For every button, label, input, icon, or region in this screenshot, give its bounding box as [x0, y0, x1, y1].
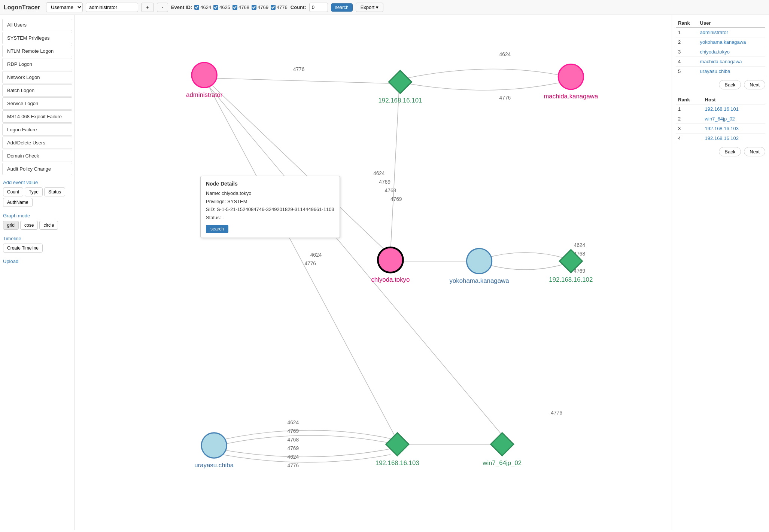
remove-filter-button[interactable]: - [157, 3, 168, 12]
host-rank-row: 4 192.168.16.102 [676, 134, 765, 143]
sidebar-item-ntlm-remote-logon[interactable]: NTLM Remote Logon [2, 45, 72, 57]
node-status-value: - [222, 215, 224, 220]
add-filter-button[interactable]: + [141, 3, 154, 12]
graph-area[interactable]: 4776 4624 4776 4624 4769 4768 4769 4624 … [75, 15, 672, 530]
search-button[interactable]: search [331, 3, 353, 12]
username-type-select[interactable]: Username [46, 2, 83, 12]
node-win7-64jp-02[interactable]: win7_64jp_02 [482, 433, 522, 467]
user-name-cell[interactable]: administrator [698, 28, 765, 37]
node-yokohama-kanagawa[interactable]: yokohama.kanagawa [450, 248, 510, 284]
sidebar-item-domain-check[interactable]: Domain Check [2, 150, 72, 162]
event-id-4624[interactable]: 4624 [194, 4, 211, 10]
host-link[interactable]: 192.168.16.103 [705, 126, 739, 131]
edge-label-mid-4768: 4768 [385, 188, 396, 193]
app-title: LogonTracer [4, 4, 40, 11]
users-back-button[interactable]: Back [719, 80, 741, 89]
node-label-yokohama: yokohama.kanagawa [450, 277, 510, 284]
hosts-host-header: Host [703, 95, 765, 104]
create-timeline-btn[interactable]: Create Timeline [3, 244, 43, 253]
node-192-168-16-101[interactable]: 192.168.16.101 [378, 70, 422, 104]
edge-101-machida-top [408, 69, 568, 78]
users-next-button[interactable]: Next [744, 80, 765, 89]
timeline-buttons: Create Timeline [0, 243, 75, 255]
count-input[interactable] [309, 3, 328, 12]
graph-mode-cose-btn[interactable]: cose [20, 221, 38, 230]
user-name-cell[interactable]: chiyoda.tokyo [698, 47, 765, 57]
sidebar-item-system-privileges[interactable]: SYSTEM Privileges [2, 32, 72, 44]
user-link[interactable]: machida.kanagawa [700, 59, 742, 64]
node-chiyoda-tokyo[interactable]: chiyoda.tokyo [371, 247, 410, 283]
user-name-cell[interactable]: urayasu.chiba [698, 67, 765, 76]
edge-label-4776a: 4776 [293, 67, 305, 72]
user-name-cell[interactable]: yokohama.kanagawa [698, 37, 765, 47]
host-link[interactable]: 192.168.16.102 [705, 135, 739, 141]
user-link[interactable]: chiyoda.tokyo [700, 49, 730, 55]
edge-label-bot-4769b: 4769 [288, 446, 299, 451]
event-id-4768[interactable]: 4768 [232, 4, 249, 10]
edge-urayasu-103-top [223, 435, 390, 444]
graph-mode-grid-btn[interactable]: grid [3, 221, 19, 230]
edge-admin-to-win7 [204, 81, 505, 438]
user-link[interactable]: urayasu.chiba [700, 68, 730, 74]
node-sid-value: S-1-5-21-1524084746-3249201829-311444966… [217, 207, 334, 212]
host-name-cell[interactable]: 192.168.16.102 [703, 134, 765, 143]
user-rank-row: 1 administrator [676, 28, 765, 37]
svg-marker-8 [491, 433, 514, 456]
app-header: LogonTracer Username + - Event ID: 4624 … [0, 0, 769, 15]
edge-label-4776-left: 4776 [304, 261, 316, 266]
sidebar-item-all-users[interactable]: All Users [2, 19, 72, 31]
sidebar-item-network-logon[interactable]: Network Logon [2, 71, 72, 83]
node-details-privilege: Privilege: SYSTEM [206, 198, 334, 205]
timeline-label: Timeline [0, 232, 75, 243]
user-name-cell[interactable]: machida.kanagawa [698, 57, 765, 67]
host-name-cell[interactable]: 192.168.16.103 [703, 124, 765, 134]
sidebar-item-audit-policy-change[interactable]: Audit Policy Change [2, 163, 72, 175]
sidebar-item-ms14-068[interactable]: MS14-068 Exploit Failure [2, 110, 72, 123]
node-192-168-16-103[interactable]: 192.168.16.103 [376, 433, 419, 467]
host-link[interactable]: win7_64jp_02 [705, 116, 735, 122]
edge-label-4769-right: 4769 [574, 268, 586, 274]
edge-label-bot-4624: 4624 [288, 420, 299, 425]
node-machida-kanagawa[interactable]: machida.kanagawa [544, 64, 598, 100]
tooltip-search-button[interactable]: search [206, 225, 228, 233]
event-value-type-btn[interactable]: Type [25, 187, 43, 196]
event-id-4625[interactable]: 4625 [213, 4, 230, 10]
event-value-status-btn[interactable]: Status [44, 187, 65, 196]
node-label-machida: machida.kanagawa [544, 93, 598, 100]
host-rank-row: 2 win7_64jp_02 [676, 114, 765, 124]
user-rank-cell: 5 [676, 67, 698, 76]
edge-101-chiyoda [390, 89, 399, 253]
sidebar-item-add-delete-users[interactable]: Add/Delete Users [2, 137, 72, 149]
sidebar-item-logon-failure[interactable]: Logon Failure [2, 123, 72, 136]
export-button[interactable]: Export ▾ [356, 3, 383, 12]
hosts-rank-section: Rank Host 1 192.168.16.101 2 win7_64jp_0… [676, 95, 765, 156]
add-event-value-label: Add event value [0, 176, 75, 187]
event-id-4769[interactable]: 4769 [252, 4, 268, 10]
node-label-administrator: administrator [186, 91, 223, 98]
sidebar-item-rdp-logon[interactable]: RDP Logon [2, 58, 72, 70]
hosts-next-button[interactable]: Next [744, 147, 765, 156]
graph-mode-buttons: grid cose circle [0, 220, 75, 232]
node-details-name: Name: chiyoda.tokyo [206, 190, 334, 197]
event-value-count-btn[interactable]: Count [3, 187, 23, 196]
count-label: Count: [291, 4, 306, 10]
username-input[interactable] [86, 3, 138, 12]
host-link[interactable]: 192.168.16.101 [705, 106, 739, 112]
host-name-cell[interactable]: 192.168.16.101 [703, 104, 765, 114]
user-rank-cell: 4 [676, 57, 698, 67]
hosts-back-button[interactable]: Back [719, 147, 741, 156]
event-id-label: Event ID: [171, 4, 192, 10]
user-rank-cell: 3 [676, 47, 698, 57]
edge-label-bot-4776: 4776 [288, 463, 299, 468]
node-sid-label: SID: [206, 207, 217, 212]
graph-mode-circle-btn[interactable]: circle [39, 221, 58, 230]
event-value-authname-btn[interactable]: AuthName [3, 198, 33, 207]
host-rank-row: 1 192.168.16.101 [676, 104, 765, 114]
sidebar-item-service-logon[interactable]: Service Logon [2, 97, 72, 110]
user-link[interactable]: administrator [700, 30, 728, 35]
host-name-cell[interactable]: win7_64jp_02 [703, 114, 765, 124]
event-id-4776[interactable]: 4776 [271, 4, 288, 10]
node-administrator[interactable]: administrator [186, 62, 223, 98]
sidebar-item-batch-logon[interactable]: Batch Logon [2, 84, 72, 97]
user-link[interactable]: yokohama.kanagawa [700, 39, 746, 45]
